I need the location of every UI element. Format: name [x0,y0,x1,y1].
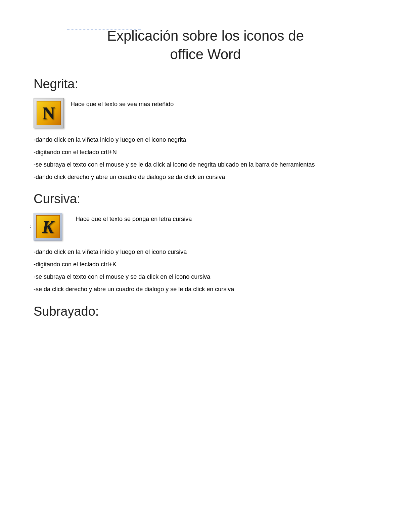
cursiva-icon-letter: K [42,217,54,237]
subrayado-section: Subrayado: [34,304,377,319]
cursiva-section: Cursiva: : K Hace que el texto se ponga … [34,192,377,294]
cursiva-icon-box: K [34,213,62,240]
negrita-bullet-2: -digitando con el teclado crtl+N [34,147,377,157]
negrita-bullet-1: -dando click en la viñeta inicio y luego… [34,135,377,145]
subrayado-heading: Subrayado: [34,304,377,319]
negrita-section: Negrita: N Hace que el texto se vea mas … [34,77,377,182]
negrita-heading: Negrita: [34,77,377,91]
cursiva-bullet-1: -dando click en la viñeta inicio y luego… [34,247,377,257]
negrita-content: -dando click en la viñeta inicio y luego… [34,135,377,182]
negrita-icon-letter: N [42,103,55,123]
negrita-icon-box: N [34,98,64,128]
negrita-icon-row: N Hace que el texto se vea mas reteñido [34,98,377,128]
negrita-bullet-4: -dando click derecho y abre un cuadro de… [34,172,377,182]
negrita-icon-inner: N [37,101,61,125]
negrita-description: Hace que el texto se vea mas reteñido [71,98,174,109]
cursiva-content: -dando click en la viñeta inicio y luego… [34,247,377,294]
cursiva-bullet-4: -se da click derecho y abre un cuadro de… [34,284,377,294]
cursiva-description: Hace que el texto se ponga en letra curs… [76,213,192,224]
cursiva-icon-row: : K Hace que el texto se ponga en letra … [34,213,377,240]
cursiva-bullet-2: -digitando con el teclado ctrl+K [34,260,377,269]
cursiva-heading: Cursiva: [34,192,377,206]
cursiva-icon-inner: K [36,215,60,238]
colon-prefix: : [30,222,31,229]
negrita-bullet-3: -se subraya el texto con el mouse y se l… [34,160,377,170]
page-title: Explicación sobre los iconos de office W… [34,27,377,63]
cursiva-bullet-3: -se subraya el texto con el mouse y se d… [34,272,377,282]
